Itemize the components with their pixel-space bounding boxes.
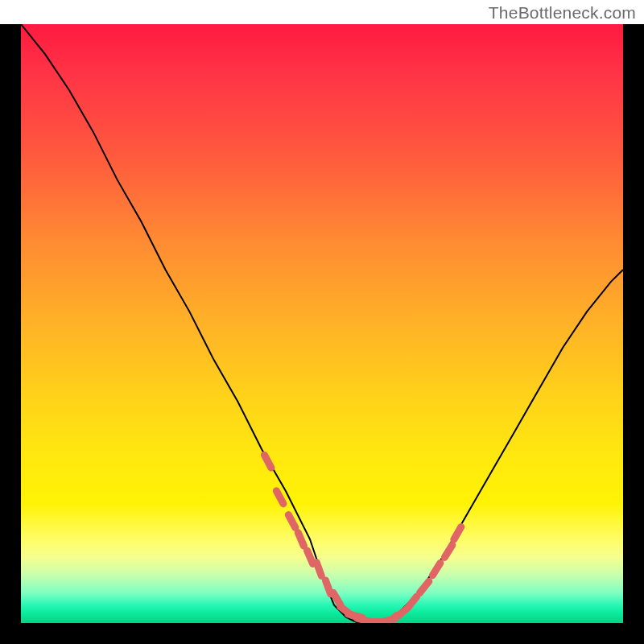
highlight-dash [325,580,330,594]
watermark-text: TheBottleneck.com [489,3,636,23]
curve-svg [21,24,623,623]
plot-area [21,24,623,623]
highlight-dash [316,563,321,576]
highlight-dash [454,527,461,540]
highlight-dash [394,609,406,619]
highlight-dash [408,597,417,608]
chart-frame: TheBottleneck.com [0,0,644,644]
highlight-dash [432,563,440,575]
highlight-dash [298,533,303,547]
highlight-markers [264,455,460,623]
bottleneck-curve [21,24,623,623]
highlight-dash [276,491,283,504]
highlight-dash [288,515,295,528]
highlight-dash [444,545,452,557]
highlight-dash [420,581,429,592]
highlight-dash [308,551,313,564]
top-bar: TheBottleneck.com [0,0,644,24]
highlight-dash [264,455,271,468]
